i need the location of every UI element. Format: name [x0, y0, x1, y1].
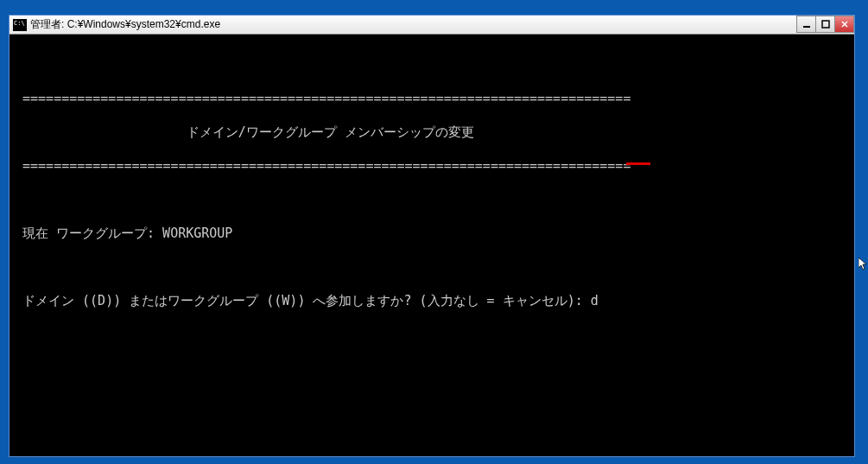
window-title: 管理者: C:¥Windows¥system32¥cmd.exe [30, 17, 220, 32]
titlebar-left: 管理者: C:¥Windows¥system32¥cmd.exe [10, 17, 220, 32]
terminal-body[interactable]: ========================================… [10, 35, 854, 456]
terminal-line [15, 57, 849, 74]
minimize-button[interactable] [796, 16, 816, 33]
ruler-bottom: ========================================… [15, 158, 849, 175]
cmd-icon [13, 19, 27, 31]
svg-rect-1 [822, 21, 829, 28]
svg-rect-0 [803, 26, 810, 28]
current-status: 現在 ワークグループ: WORKGROUP [15, 226, 849, 243]
terminal-blank [15, 259, 849, 276]
terminal-blank [15, 192, 849, 209]
red-underline-annotation [626, 162, 650, 165]
minimize-icon [802, 20, 811, 29]
titlebar[interactable]: 管理者: C:¥Windows¥system32¥cmd.exe [10, 16, 854, 35]
header-title: ドメイン/ワークグループ メンバーシップの変更 [15, 124, 849, 142]
mouse-cursor-icon [858, 257, 867, 271]
ruler-top: ========================================… [15, 91, 849, 108]
user-input[interactable]: d [591, 293, 599, 308]
prompt-text: ドメイン ((D)) またはワークグループ ((W)) へ参加しますか? (入力… [15, 293, 591, 308]
maximize-button[interactable] [815, 16, 835, 33]
close-icon [840, 20, 849, 29]
window-controls [797, 16, 854, 34]
prompt-line: ドメイン ((D)) またはワークグループ ((W)) へ参加しますか? (入力… [15, 293, 849, 310]
close-button[interactable] [834, 16, 854, 33]
maximize-icon [821, 20, 830, 29]
cmd-window: 管理者: C:¥Windows¥system32¥cmd.exe =======… [9, 15, 855, 457]
